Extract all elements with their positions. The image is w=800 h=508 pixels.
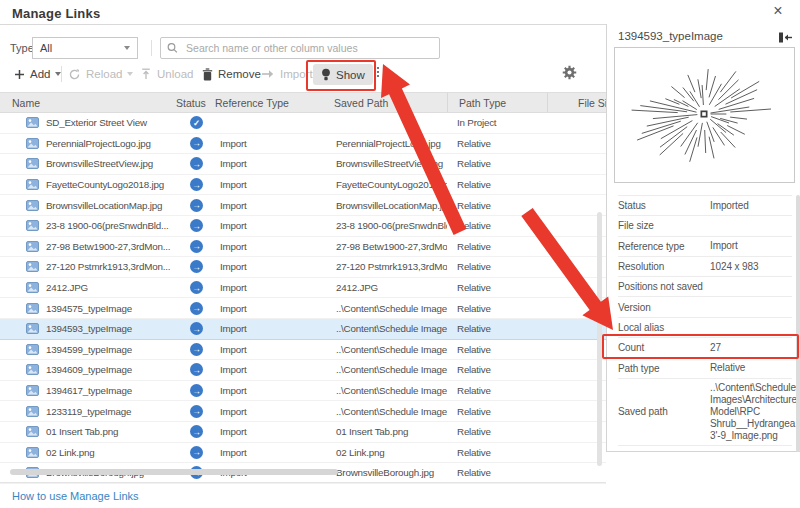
detail-value <box>710 284 792 290</box>
overflow-menu-icon[interactable] <box>377 67 379 77</box>
search-icon <box>167 42 178 54</box>
table-row[interactable]: 2412.JPG Import 2412.JPG Relative <box>0 278 606 299</box>
file-image-icon <box>26 138 39 149</box>
status-icon <box>190 116 203 129</box>
detail-row: Local alias <box>618 318 792 338</box>
row-reference-type: Import <box>213 406 334 417</box>
table-row[interactable]: 01 Insert Tab.png Import 01 Insert Tab.p… <box>0 422 606 443</box>
row-saved-path: ..\Content\Schedule Images... <box>334 406 447 417</box>
table-row[interactable]: 1394599_typeImage Import ..\Content\Sche… <box>0 340 606 361</box>
file-image-icon <box>26 117 39 128</box>
row-name: FayetteCountyLogo2018.jpg <box>46 179 164 190</box>
row-name: 1394575_typeImage <box>46 303 132 314</box>
row-reference-type: Import <box>213 138 334 149</box>
detail-value <box>710 324 792 330</box>
vertical-scrollbar[interactable] <box>597 212 602 466</box>
row-reference-type: Import <box>213 179 334 190</box>
import-button[interactable]: Import <box>261 63 313 85</box>
file-image-icon <box>26 179 39 190</box>
row-reference-type: Import <box>213 200 334 211</box>
search-box[interactable] <box>160 37 440 59</box>
file-image-icon <box>26 344 39 355</box>
row-saved-path: 23-8 1900-06(preSnwdnBld... <box>334 220 447 231</box>
help-link[interactable]: How to use Manage Links <box>12 490 139 502</box>
detail-row: Path type Relative <box>618 358 792 378</box>
panel-scrollbar[interactable] <box>796 195 800 452</box>
table-row[interactable]: 1394609_typeImage Import ..\Content\Sche… <box>0 360 606 381</box>
table-row[interactable]: FayetteCountyLogo2018.jpg Import Fayette… <box>0 175 606 196</box>
table-row[interactable]: 27-120 Pstmrk1913,3rdMon... Import 27-12… <box>0 257 606 278</box>
table-row[interactable]: 27-98 Betw1900-27,3rdMon... Import 27-98… <box>0 237 606 258</box>
remove-button[interactable]: Remove <box>202 63 261 85</box>
details-list: Status Imported File size Reference type… <box>618 195 792 446</box>
row-name: 23-8 1900-06(preSnwdnBld... <box>46 220 169 231</box>
column-header-file-size[interactable]: File Size <box>547 93 606 112</box>
column-header-name[interactable]: Name <box>0 93 176 112</box>
status-icon <box>190 446 203 459</box>
status-icon <box>190 240 203 253</box>
column-header-status[interactable]: Status <box>176 93 213 112</box>
details-title: 1394593_typeImage <box>618 30 723 42</box>
detail-label: Local alias <box>618 322 710 333</box>
status-icon <box>190 302 203 315</box>
detail-row: Resolution 1024 x 983 <box>618 257 792 277</box>
table-row[interactable]: 1394575_typeImage Import ..\Content\Sche… <box>0 298 606 319</box>
row-name: 27-98 Betw1900-27,3rdMon... <box>46 241 170 252</box>
table-row[interactable]: 1394617_typeImage Import ..\Content\Sche… <box>0 381 606 402</box>
row-name: 2412.JPG <box>46 282 88 293</box>
type-dropdown-value: All <box>40 42 52 54</box>
type-dropdown[interactable]: All <box>32 37 138 59</box>
column-header-saved-path[interactable]: Saved Path <box>334 93 447 112</box>
table-row[interactable]: 1233119_typeImage Import ..\Content\Sche… <box>0 401 606 422</box>
detail-label: Path type <box>618 363 710 374</box>
show-button[interactable]: Show <box>313 64 373 85</box>
unload-button[interactable]: Unload <box>140 63 193 85</box>
row-path-type: Relative <box>447 385 547 396</box>
row-reference-type: Import <box>213 261 334 272</box>
table-row[interactable]: BrownsvilleLocationMap.jpg Import Browns… <box>0 195 606 216</box>
table-row[interactable]: SD_Exterior Street View In Project <box>0 113 606 134</box>
column-header-reference-type[interactable]: Reference Type <box>213 93 334 112</box>
row-path-type: Relative <box>447 200 547 211</box>
row-reference-type: Import <box>213 241 334 252</box>
column-header-path-type[interactable]: Path Type <box>447 93 547 112</box>
settings-gear-icon[interactable] <box>562 65 577 84</box>
row-saved-path: FayetteCountyLogo2018.jpg <box>334 179 447 190</box>
detail-value: Relative <box>710 359 792 377</box>
table-row[interactable]: 23-8 1900-06(preSnwdnBld... Import 23-8 … <box>0 216 606 237</box>
import-icon <box>261 69 275 79</box>
table-row[interactable]: 02 Link.png Import 02 Link.png Relative <box>0 443 606 464</box>
close-icon[interactable]: × <box>769 2 787 20</box>
row-name: 1394599_typeImage <box>46 344 132 355</box>
trash-icon <box>202 68 213 81</box>
status-icon <box>190 199 203 212</box>
search-input[interactable] <box>184 41 433 55</box>
row-path-type: Relative <box>447 138 547 149</box>
table-row[interactable]: PerennialProjectLogo.jpg Import Perennia… <box>0 134 606 155</box>
row-path-type: Relative <box>447 344 547 355</box>
horizontal-scrollbar[interactable] <box>10 469 338 475</box>
file-image-icon <box>26 200 39 211</box>
preview-image <box>614 47 795 183</box>
row-path-type: Relative <box>447 303 547 314</box>
row-name: 02 Link.png <box>46 447 94 458</box>
detail-row: Version <box>618 297 792 317</box>
row-path-type: Relative <box>447 158 547 169</box>
detail-value <box>710 223 792 229</box>
file-image-icon <box>26 364 39 375</box>
file-image-icon <box>26 158 39 169</box>
table-row[interactable]: 1394593_typeImage Import ..\Content\Sche… <box>0 319 606 340</box>
row-path-type: Relative <box>447 261 547 272</box>
collapse-panel-icon[interactable] <box>778 30 793 48</box>
reload-button[interactable]: Reload <box>68 63 133 85</box>
details-panel: 1394593_typeImage Status Imported File s… <box>606 24 800 452</box>
file-image-icon <box>26 385 39 396</box>
row-saved-path: ..\Content\Schedule Images... <box>334 385 447 396</box>
row-reference-type: Import <box>213 220 334 231</box>
row-reference-type: Import <box>213 364 334 375</box>
preview-starburst <box>615 48 794 182</box>
add-button[interactable]: Add <box>14 63 61 85</box>
row-saved-path: BrownsvilleBorough.jpg <box>334 467 447 478</box>
manage-links-dialog: Manage Links × Type All Add Reload <box>0 0 800 508</box>
table-row[interactable]: BrownsvilleStreetView.jpg Import Brownsv… <box>0 154 606 175</box>
